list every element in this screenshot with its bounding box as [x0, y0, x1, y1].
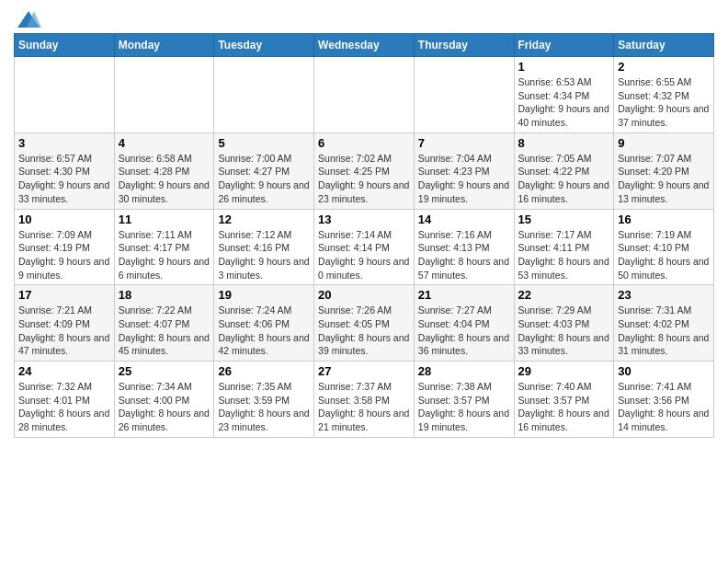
- day-info: Sunrise: 7:11 AM Sunset: 4:17 PM Dayligh…: [119, 228, 210, 282]
- day-number: 24: [18, 364, 110, 378]
- day-info: Sunrise: 7:26 AM Sunset: 4:05 PM Dayligh…: [318, 304, 410, 358]
- day-info: Sunrise: 6:53 AM Sunset: 4:34 PM Dayligh…: [518, 75, 610, 130]
- day-number: 6: [318, 136, 410, 150]
- calendar-cell: [314, 57, 415, 133]
- day-header-sunday: Sunday: [15, 34, 115, 57]
- calendar-cell: 7Sunrise: 7:04 AM Sunset: 4:23 PM Daylig…: [414, 132, 514, 209]
- day-number: 20: [318, 288, 410, 302]
- day-number: 28: [418, 364, 510, 378]
- day-info: Sunrise: 7:22 AM Sunset: 4:07 PM Dayligh…: [119, 304, 210, 358]
- week-row-1: 1Sunrise: 6:53 AM Sunset: 4:34 PM Daylig…: [15, 57, 714, 133]
- calendar-cell: 28Sunrise: 7:38 AM Sunset: 3:57 PM Dayli…: [414, 362, 514, 438]
- day-number: 15: [518, 213, 610, 226]
- calendar-cell: [214, 57, 314, 133]
- day-info: Sunrise: 7:31 AM Sunset: 4:02 PM Dayligh…: [618, 304, 710, 358]
- day-number: 10: [18, 213, 110, 226]
- day-number: 27: [318, 364, 410, 378]
- calendar-cell: 20Sunrise: 7:26 AM Sunset: 4:05 PM Dayli…: [314, 285, 415, 362]
- day-number: 11: [119, 213, 210, 226]
- day-number: 19: [218, 288, 310, 302]
- calendar-cell: 16Sunrise: 7:19 AM Sunset: 4:10 PM Dayli…: [614, 209, 714, 285]
- calendar-cell: 8Sunrise: 7:05 AM Sunset: 4:22 PM Daylig…: [514, 132, 614, 209]
- day-info: Sunrise: 7:17 AM Sunset: 4:11 PM Dayligh…: [518, 228, 610, 282]
- calendar-cell: 17Sunrise: 7:21 AM Sunset: 4:09 PM Dayli…: [15, 285, 115, 362]
- day-number: 13: [318, 213, 410, 226]
- day-info: Sunrise: 7:16 AM Sunset: 4:13 PM Dayligh…: [418, 228, 510, 282]
- day-number: 18: [119, 288, 210, 302]
- logo-icon: [16, 9, 41, 29]
- calendar-cell: 26Sunrise: 7:35 AM Sunset: 3:59 PM Dayli…: [214, 362, 314, 438]
- calendar-cell: 29Sunrise: 7:40 AM Sunset: 3:57 PM Dayli…: [514, 362, 614, 438]
- calendar-cell: 13Sunrise: 7:14 AM Sunset: 4:14 PM Dayli…: [314, 209, 415, 285]
- day-number: 23: [618, 288, 710, 302]
- day-number: 4: [119, 136, 210, 150]
- day-header-friday: Friday: [514, 34, 614, 57]
- calendar-cell: 14Sunrise: 7:16 AM Sunset: 4:13 PM Dayli…: [414, 209, 514, 285]
- day-info: Sunrise: 7:02 AM Sunset: 4:25 PM Dayligh…: [318, 152, 410, 206]
- day-info: Sunrise: 7:00 AM Sunset: 4:27 PM Dayligh…: [218, 152, 310, 206]
- calendar-cell: 23Sunrise: 7:31 AM Sunset: 4:02 PM Dayli…: [614, 285, 714, 362]
- day-info: Sunrise: 7:38 AM Sunset: 3:57 PM Dayligh…: [418, 380, 510, 434]
- calendar-cell: 15Sunrise: 7:17 AM Sunset: 4:11 PM Dayli…: [514, 209, 614, 285]
- day-number: 8: [518, 136, 610, 150]
- calendar-cell: 25Sunrise: 7:34 AM Sunset: 4:00 PM Dayli…: [114, 362, 214, 438]
- day-info: Sunrise: 7:24 AM Sunset: 4:06 PM Dayligh…: [218, 304, 310, 358]
- calendar-cell: 10Sunrise: 7:09 AM Sunset: 4:19 PM Dayli…: [15, 209, 115, 285]
- day-number: 2: [618, 60, 710, 74]
- day-info: Sunrise: 7:05 AM Sunset: 4:22 PM Dayligh…: [518, 152, 610, 206]
- day-header-tuesday: Tuesday: [214, 34, 314, 57]
- day-info: Sunrise: 7:29 AM Sunset: 4:03 PM Dayligh…: [518, 304, 610, 358]
- day-info: Sunrise: 7:41 AM Sunset: 3:56 PM Dayligh…: [618, 380, 710, 434]
- week-row-4: 17Sunrise: 7:21 AM Sunset: 4:09 PM Dayli…: [15, 285, 714, 362]
- calendar-cell: 18Sunrise: 7:22 AM Sunset: 4:07 PM Dayli…: [114, 285, 214, 362]
- calendar-cell: 21Sunrise: 7:27 AM Sunset: 4:04 PM Dayli…: [414, 285, 514, 362]
- day-info: Sunrise: 7:27 AM Sunset: 4:04 PM Dayligh…: [418, 304, 510, 358]
- day-number: 5: [218, 136, 310, 150]
- header: [14, 9, 714, 26]
- day-info: Sunrise: 6:57 AM Sunset: 4:30 PM Dayligh…: [18, 152, 110, 206]
- day-info: Sunrise: 7:04 AM Sunset: 4:23 PM Dayligh…: [418, 152, 510, 206]
- calendar-cell: 9Sunrise: 7:07 AM Sunset: 4:20 PM Daylig…: [614, 132, 714, 209]
- day-number: 14: [418, 213, 510, 226]
- calendar-cell: 5Sunrise: 7:00 AM Sunset: 4:27 PM Daylig…: [214, 132, 314, 209]
- day-number: 17: [18, 288, 110, 302]
- day-number: 25: [119, 364, 210, 378]
- calendar-cell: [414, 57, 514, 133]
- day-number: 21: [418, 288, 510, 302]
- day-info: Sunrise: 7:35 AM Sunset: 3:59 PM Dayligh…: [218, 380, 310, 434]
- calendar-cell: 11Sunrise: 7:11 AM Sunset: 4:17 PM Dayli…: [114, 209, 214, 285]
- day-number: 22: [518, 288, 610, 302]
- calendar-cell: 3Sunrise: 6:57 AM Sunset: 4:30 PM Daylig…: [15, 132, 115, 209]
- calendar-cell: [15, 57, 115, 133]
- calendar-cell: 1Sunrise: 6:53 AM Sunset: 4:34 PM Daylig…: [514, 57, 614, 133]
- calendar-cell: 6Sunrise: 7:02 AM Sunset: 4:25 PM Daylig…: [314, 132, 415, 209]
- day-number: 9: [618, 136, 710, 150]
- day-number: 12: [218, 213, 310, 226]
- logo: [14, 9, 41, 26]
- day-info: Sunrise: 7:32 AM Sunset: 4:01 PM Dayligh…: [18, 380, 110, 434]
- calendar-cell: 22Sunrise: 7:29 AM Sunset: 4:03 PM Dayli…: [514, 285, 614, 362]
- day-header-thursday: Thursday: [414, 34, 514, 57]
- calendar-cell: [114, 57, 214, 133]
- week-row-2: 3Sunrise: 6:57 AM Sunset: 4:30 PM Daylig…: [15, 132, 714, 209]
- calendar-cell: 30Sunrise: 7:41 AM Sunset: 3:56 PM Dayli…: [614, 362, 714, 438]
- day-number: 29: [518, 364, 610, 378]
- day-info: Sunrise: 7:37 AM Sunset: 3:58 PM Dayligh…: [318, 380, 410, 434]
- day-info: Sunrise: 6:55 AM Sunset: 4:32 PM Dayligh…: [618, 75, 710, 130]
- day-number: 1: [518, 60, 610, 74]
- calendar-cell: 27Sunrise: 7:37 AM Sunset: 3:58 PM Dayli…: [314, 362, 415, 438]
- day-header-monday: Monday: [114, 34, 214, 57]
- calendar-cell: 4Sunrise: 6:58 AM Sunset: 4:28 PM Daylig…: [114, 132, 214, 209]
- day-info: Sunrise: 6:58 AM Sunset: 4:28 PM Dayligh…: [119, 152, 210, 206]
- day-info: Sunrise: 7:40 AM Sunset: 3:57 PM Dayligh…: [518, 380, 610, 434]
- day-header-saturday: Saturday: [614, 34, 714, 57]
- day-info: Sunrise: 7:12 AM Sunset: 4:16 PM Dayligh…: [218, 228, 310, 282]
- day-number: 16: [618, 213, 710, 226]
- day-info: Sunrise: 7:34 AM Sunset: 4:00 PM Dayligh…: [119, 380, 210, 434]
- day-number: 30: [618, 364, 710, 378]
- day-info: Sunrise: 7:19 AM Sunset: 4:10 PM Dayligh…: [618, 228, 710, 282]
- day-header-wednesday: Wednesday: [314, 34, 415, 57]
- day-info: Sunrise: 7:14 AM Sunset: 4:14 PM Dayligh…: [318, 228, 410, 282]
- day-info: Sunrise: 7:09 AM Sunset: 4:19 PM Dayligh…: [18, 228, 110, 282]
- day-info: Sunrise: 7:07 AM Sunset: 4:20 PM Dayligh…: [618, 152, 710, 206]
